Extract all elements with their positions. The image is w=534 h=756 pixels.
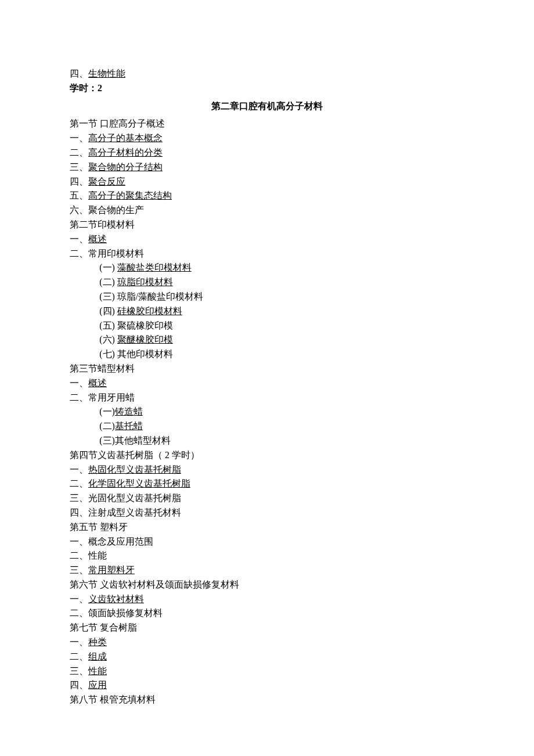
link-text[interactable]: 高分子的基本概念 [88,133,163,143]
prefix: 三、 [70,666,88,676]
s5-item-1: 一、概念及应用范围 [70,535,464,549]
prefix: 一、 [70,234,88,244]
s6-item-2: 二、颌面缺损修复材料 [70,606,464,621]
link-text[interactable]: 概述 [88,234,107,244]
s2-sub-4: (四) 硅橡胶印模材料 [70,304,464,319]
prefix: 四、 [70,680,88,690]
s1-item-2: 二、高分子材料的分类 [70,146,464,160]
prefix: 一、 [70,465,88,474]
prefix: (一) [99,406,115,416]
section-3-header: 第三节蜡型材料 [70,362,464,376]
s1-item-5: 五、高分子的聚集态结构 [70,189,464,203]
link-text[interactable]: 应用 [88,680,107,690]
hours-value: 2 [98,83,102,93]
prefix: 三、 [70,565,88,575]
s1-item-1: 一、高分子的基本概念 [70,131,464,146]
prefix: 二、 [70,147,88,157]
prefix: 五、 [70,190,88,200]
s2-sub-3: (三) 琼脂/藻酸盐印模材料 [70,290,464,304]
prefix: 三、 [70,162,88,172]
link-text[interactable]: 种类 [88,637,107,647]
chapter-2-title: 第二章口腔有机高分子材料 [70,99,464,114]
section-6-header: 第六节 义齿软衬材料及颌面缺损修复材料 [70,578,464,592]
prefix: 四、 [70,69,88,78]
s2-sub-6: (六) 聚醚橡胶印模 [70,333,464,347]
prefix: (一) [99,262,117,272]
link-text[interactable]: 义齿软衬材料 [88,594,144,604]
link-text[interactable]: 高分子材料的分类 [88,147,163,157]
link-text[interactable]: 热固化型义齿基托树脂 [88,465,181,474]
link-text[interactable]: 聚合物的分子结构 [88,162,163,172]
s3-item-2: 二、常用牙用蜡 [70,391,464,405]
prefix: 一、 [70,133,88,143]
link-text[interactable]: 聚醚橡胶印模 [117,334,173,344]
link-text[interactable]: 基托蜡 [115,421,143,431]
prefix: (二) [99,421,115,431]
s4-item-2: 二、化学固化型义齿基托树脂 [70,477,464,491]
link-text[interactable]: 铸造蜡 [115,406,143,416]
prefix: 二、 [70,651,88,661]
link-text[interactable]: 常用塑料牙 [88,565,135,575]
s4-item-1: 一、热固化型义齿基托树脂 [70,463,464,477]
link-text[interactable]: 概述 [88,378,107,388]
section-5-header: 第五节 塑料牙 [70,520,464,535]
prefix: 一、 [70,378,88,388]
s1-item-3: 三、聚合物的分子结构 [70,160,464,175]
class-hours: 学时：2 [70,81,464,96]
section-2-header: 第二节印模材料 [70,218,464,232]
link-text[interactable]: 性能 [88,666,107,676]
section-7-header: 第七节 复合树脂 [70,621,464,635]
s3-sub-3: (三)其他蜡型材料 [70,434,464,448]
prefix: 四、 [70,177,88,186]
link-text[interactable]: 藻酸盐类印模材料 [117,262,192,272]
link-text[interactable]: 化学固化型义齿基托树脂 [88,478,190,488]
section-8-header: 第八节 根管充填材料 [70,693,464,707]
s3-sub-2: (二)基托蜡 [70,419,464,434]
prefix: (二) [99,277,117,287]
link-text[interactable]: 生物性能 [88,69,125,78]
s2-sub-5: (五) 聚硫橡胶印模 [70,319,464,333]
s2-sub-2: (二) 琼脂印模材料 [70,275,464,290]
link-text[interactable]: 高分子的聚集态结构 [88,190,172,200]
s4-item-4: 四、注射成型义齿基托材料 [70,506,464,520]
s2-sub-7: (七) 其他印模材料 [70,347,464,362]
s3-sub-1: (一)铸造蜡 [70,405,464,419]
link-text[interactable]: 组成 [88,651,107,661]
s2-sub-1: (一) 藻酸盐类印模材料 [70,261,464,275]
s7-item-2: 二、组成 [70,650,464,664]
s5-item-2: 二、性能 [70,549,464,563]
prefix: (四) [99,306,117,316]
s4-item-3: 三、光固化型义齿基托树脂 [70,491,464,506]
s2-item-2: 二、常用印模材料 [70,247,464,261]
s6-item-1: 一、义齿软衬材料 [70,592,464,607]
s5-item-3: 三、常用塑料牙 [70,563,464,578]
s7-item-3: 三、性能 [70,664,464,679]
s7-item-1: 一、种类 [70,635,464,650]
link-text[interactable]: 琼脂印模材料 [117,277,173,287]
s7-item-4: 四、应用 [70,678,464,693]
s1-item-6: 六、聚合物的生产 [70,203,464,218]
prefix: 一、 [70,594,88,604]
section-4-header: 第四节义齿基托树脂（ 2 学时） [70,448,464,463]
hours-label: 学时： [70,83,98,93]
s3-item-1: 一、概述 [70,376,464,391]
link-text[interactable]: 聚合反应 [88,177,125,186]
prelude-item-4: 四、生物性能 [70,67,464,81]
link-text[interactable]: 硅橡胶印模材料 [117,306,182,316]
prefix: 二、 [70,478,88,488]
s2-item-1: 一、概述 [70,232,464,247]
prefix: 一、 [70,637,88,647]
prefix: (六) [99,334,117,344]
section-1-header: 第一节 口腔高分子概述 [70,117,464,131]
s1-item-4: 四、聚合反应 [70,175,464,189]
